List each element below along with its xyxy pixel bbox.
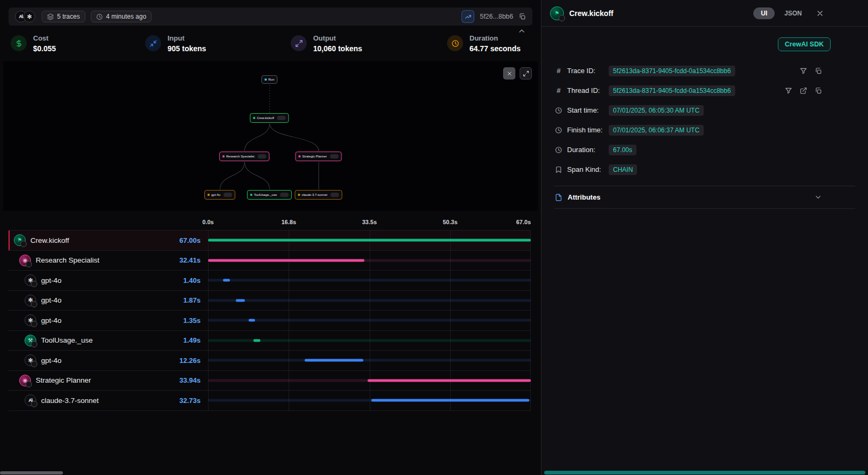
timeline-tick: 33.5s (362, 219, 377, 225)
span-name: gpt-4o (41, 296, 61, 304)
span-name: gpt-4o (41, 276, 61, 284)
stat-label: Cost (33, 34, 56, 42)
trace-row[interactable]: ✻ gpt-4o 1.87s (9, 291, 531, 311)
span-track (208, 391, 531, 410)
funnel-icon[interactable] (800, 67, 807, 75)
node-status-dot (208, 194, 210, 196)
trend-icon (465, 13, 472, 20)
node-badge (258, 154, 266, 159)
detail-field: Duration: 67.00s (554, 140, 855, 160)
span-track-bg (208, 359, 531, 362)
span-track (208, 231, 531, 250)
node-label: ToolUsage._use (254, 193, 277, 196)
collapse-stats-chevron-icon[interactable] (517, 27, 526, 35)
trace-short-id: 5f26...8bb6 (480, 13, 513, 20)
stat-label: Input (168, 34, 206, 42)
span-duration: 32.41s (179, 256, 208, 264)
graph-node[interactable]: Research Specialist (219, 152, 269, 161)
field-value[interactable]: 5f2613da-8371-9405-fcdd-0a1534cc8bb6 (609, 85, 735, 96)
trace-row[interactable]: A\ claude-3.7-sonnet 32.73s (9, 391, 531, 411)
span-duration: 1.87s (183, 296, 208, 304)
span-bar[interactable] (371, 399, 529, 402)
input-icon (145, 35, 161, 51)
span-track (208, 291, 531, 311)
node-status-dot (222, 155, 225, 157)
tab-json[interactable]: JSON (784, 10, 802, 17)
output-icon (291, 35, 307, 51)
trace-topbar: A\✻ 5 traces 4 minutes ago 5f26...8bb6 (9, 7, 532, 26)
span-bar[interactable] (208, 239, 531, 242)
node-label: claude-3.7-sonnet (301, 193, 327, 196)
dollar-icon (11, 35, 27, 51)
crew-avatar-icon: ⚑ (14, 234, 26, 246)
hash-icon: # (554, 67, 563, 75)
stat-output: Output 10,060 tokens (291, 34, 447, 53)
sidebar-body: CrewAI SDK # Trace ID: 5f2613da-8371-940… (541, 27, 868, 475)
trace-row[interactable]: ⚒ ToolUsage._use 1.49s (9, 331, 531, 351)
copy-trace-id-icon[interactable] (519, 13, 526, 20)
stat-label: Duration (469, 34, 521, 42)
trace-row[interactable]: ◉ Strategic Planner 33.94s (9, 371, 531, 391)
span-bar[interactable] (249, 319, 255, 322)
copy-icon[interactable] (815, 67, 822, 75)
tab-ui[interactable]: UI (753, 7, 775, 19)
graph-node[interactable]: Crew.kickoff (250, 113, 289, 123)
node-badge (280, 193, 289, 197)
sdk-badge[interactable]: CrewAI SDK (778, 37, 831, 51)
field-value[interactable]: 5f2613da-8371-9405-fcdd-0a1534cc8bb6 (609, 66, 735, 76)
span-bar[interactable] (223, 279, 230, 282)
span-duration: 1.40s (183, 276, 208, 284)
graph-node[interactable]: claude-3.7-sonnet (294, 190, 342, 200)
span-bar[interactable] (236, 299, 245, 302)
node-badge (224, 193, 232, 197)
clock-icon (554, 126, 563, 134)
stat-value: 64.77 seconds (469, 44, 521, 53)
close-sidebar-icon[interactable] (816, 9, 824, 18)
sidebar-header: ⚑ Crew.kickoff UI JSON (541, 0, 868, 27)
graph-node[interactable]: ToolUsage._use (247, 190, 292, 200)
attributes-label: Attributes (568, 193, 809, 201)
chevron-down-icon (814, 193, 822, 201)
span-bar[interactable] (305, 359, 364, 362)
field-value[interactable]: 67.00s (609, 145, 636, 155)
traces-count-chip[interactable]: 5 traces (42, 11, 85, 22)
node-status-dot (298, 194, 300, 196)
field-label: Trace ID: (567, 67, 604, 75)
graph-node[interactable]: gpt-4o (204, 190, 235, 200)
field-value[interactable]: CHAIN (609, 164, 637, 175)
copy-icon[interactable] (815, 87, 822, 94)
graph-node[interactable]: Run (261, 75, 277, 84)
field-value[interactable]: 07/01/2025, 06:06:37 AM UTC (609, 125, 704, 136)
horizontal-scrollbar[interactable] (0, 471, 63, 474)
timeline-axis: 0.0s16.8s33.5s50.3s67.0s (208, 217, 531, 230)
span-name: Crew.kickoff (30, 236, 69, 244)
attributes-section-toggle[interactable]: Attributes (554, 186, 855, 209)
span-bar[interactable] (208, 259, 364, 262)
close-graph-button[interactable] (503, 67, 515, 80)
field-value[interactable]: 07/01/2025, 06:05:30 AM UTC (609, 105, 704, 116)
document-icon (555, 194, 562, 201)
trace-row[interactable]: ✻ gpt-4o 12.26s (9, 351, 531, 371)
trace-row[interactable]: ⚑ Crew.kickoff 67.00s (9, 231, 531, 251)
node-status-dot (265, 78, 267, 81)
span-bar[interactable] (368, 379, 531, 382)
trace-age-chip[interactable]: 4 minutes ago (91, 11, 152, 22)
span-track-bg (208, 279, 531, 282)
external-icon[interactable] (800, 87, 807, 94)
span-duration: 1.35s (183, 316, 208, 324)
detail-field: # Trace ID: 5f2613da-8371-9405-fcdd-0a15… (554, 61, 855, 81)
graph-node[interactable]: Strategic Planner (295, 152, 341, 161)
trace-row[interactable]: ◉ Research Specialist 32.41s (9, 251, 531, 271)
sidebar-scrollbar[interactable] (544, 471, 865, 474)
span-name: ToolUsage._use (41, 336, 93, 344)
expand-graph-button[interactable] (520, 67, 532, 80)
trend-chip[interactable] (461, 10, 474, 23)
span-bar[interactable] (253, 339, 260, 342)
funnel-icon[interactable] (785, 87, 792, 94)
span-duration: 32.73s (179, 397, 208, 405)
trace-row[interactable]: ✻ gpt-4o 1.35s (9, 311, 531, 331)
trace-row[interactable]: ✻ gpt-4o 1.40s (9, 271, 531, 291)
waterfall-timeline: 0.0s16.8s33.5s50.3s67.0s ⚑ Crew.kickoff … (0, 217, 541, 411)
stat-value: 905 tokens (168, 44, 206, 53)
stat-value: $0.055 (33, 44, 56, 53)
